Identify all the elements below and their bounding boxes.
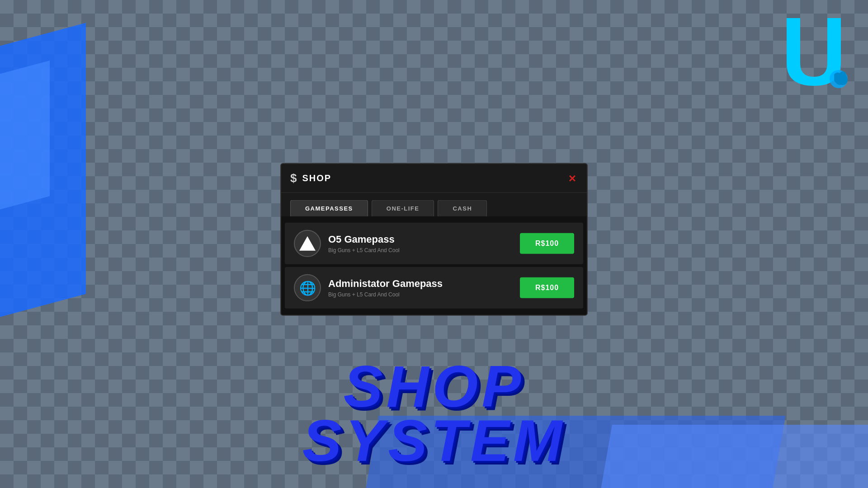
shop-item-o5-gamepass: O5 Gamepass Big Guns + L5 Card And Cool … xyxy=(285,223,583,264)
item-name-o5: O5 Gamepass xyxy=(328,234,513,245)
globe-icon: 🌐 xyxy=(299,280,316,296)
logo-area xyxy=(769,9,859,99)
modal-title-area: $ SHOP xyxy=(290,171,331,185)
dollar-icon: $ xyxy=(290,171,297,185)
buy-button-o5[interactable]: R$100 xyxy=(520,233,574,254)
logo-icon xyxy=(769,9,859,99)
shop-items-list: O5 Gamepass Big Guns + L5 Card And Cool … xyxy=(281,216,587,315)
decorative-panel-bottom2 xyxy=(599,425,868,488)
tab-one-life[interactable]: ONE-LIFE xyxy=(372,200,434,216)
tab-gamepasses[interactable]: GAMEPASSES xyxy=(290,200,368,216)
item-icon-admin: 🌐 xyxy=(294,274,321,301)
buy-button-admin[interactable]: R$100 xyxy=(520,277,574,298)
modal-title: SHOP xyxy=(302,173,331,183)
item-info-o5: O5 Gamepass Big Guns + L5 Card And Cool xyxy=(328,234,513,253)
triangle-icon xyxy=(299,236,316,251)
item-desc-admin: Big Guns + L5 Card And Cool xyxy=(328,291,513,298)
item-info-admin: Administator Gamepass Big Guns + L5 Card… xyxy=(328,278,513,298)
close-button[interactable]: × xyxy=(567,172,578,184)
item-desc-o5: Big Guns + L5 Card And Cool xyxy=(328,247,513,253)
modal-header: $ SHOP × xyxy=(281,164,587,193)
tabs-container: GAMEPASSES ONE-LIFE CASH xyxy=(281,193,587,216)
decorative-panel-left2 xyxy=(0,61,50,211)
shop-item-admin-gamepass: 🌐 Administator Gamepass Big Guns + L5 Ca… xyxy=(285,267,583,309)
item-icon-o5 xyxy=(294,230,321,257)
shop-modal: $ SHOP × GAMEPASSES ONE-LIFE CASH O5 Gam… xyxy=(280,163,588,316)
tab-cash[interactable]: CASH xyxy=(438,200,487,216)
item-name-admin: Administator Gamepass xyxy=(328,278,513,290)
